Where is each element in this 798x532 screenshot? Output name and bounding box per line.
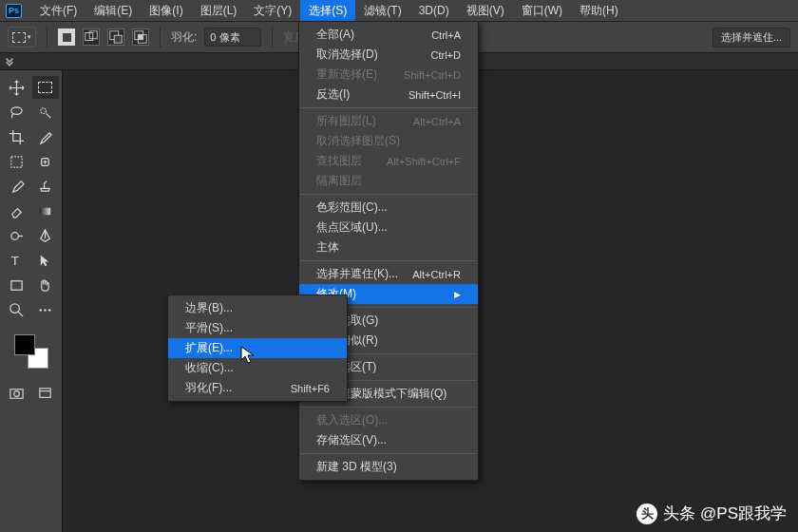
svg-point-8 xyxy=(41,107,47,113)
screen-mode-tool[interactable] xyxy=(32,382,59,405)
svg-rect-21 xyxy=(40,388,50,396)
app-icon: Ps xyxy=(6,4,22,18)
tab-expand-icon[interactable] xyxy=(3,53,16,68)
color-swatch[interactable] xyxy=(14,334,48,369)
menu-item[interactable]: 新建 3D 模型(3) xyxy=(299,457,478,477)
submenu-item[interactable]: 平滑(S)... xyxy=(168,318,347,338)
menu-item[interactable]: 选择并遮住(K)...Alt+Ctrl+R xyxy=(299,264,478,284)
marquee-preset-icon xyxy=(12,32,26,43)
svg-point-17 xyxy=(44,309,46,311)
feather-input[interactable] xyxy=(204,28,261,47)
svg-rect-6 xyxy=(138,34,142,39)
svg-rect-9 xyxy=(11,156,22,166)
svg-point-12 xyxy=(11,232,19,239)
svg-point-18 xyxy=(48,309,50,311)
menu-view[interactable]: 视图(V) xyxy=(458,0,513,22)
menu-item[interactable]: 存储选区(V)... xyxy=(299,430,478,450)
submenu-item[interactable]: 羽化(F)...Shift+F6 xyxy=(168,378,347,398)
svg-text:T: T xyxy=(11,254,19,268)
lasso-tool[interactable] xyxy=(4,101,30,124)
brush-tool[interactable] xyxy=(4,175,30,198)
shape-tool[interactable] xyxy=(4,274,30,296)
selection-intersect-icon[interactable] xyxy=(132,28,149,46)
selection-subtract-icon[interactable] xyxy=(107,28,124,46)
menu-item[interactable]: 色彩范围(C)... xyxy=(299,198,478,218)
cursor-icon xyxy=(240,346,256,365)
submenu-item[interactable]: 扩展(E)... xyxy=(168,338,347,358)
menubar: Ps 文件(F) 编辑(E) 图像(I) 图层(L) 文字(Y) 选择(S) 滤… xyxy=(0,0,798,21)
svg-rect-11 xyxy=(40,207,50,215)
menu-select[interactable]: 选择(S) xyxy=(300,0,355,22)
menu-item[interactable]: 焦点区域(U)... xyxy=(299,218,478,238)
edit-toolbar[interactable] xyxy=(32,298,59,321)
svg-rect-14 xyxy=(11,280,22,289)
spot-heal-tool[interactable] xyxy=(32,150,59,173)
menu-item[interactable]: 取消选择(D)Ctrl+D xyxy=(299,45,478,65)
move-tool[interactable] xyxy=(4,76,30,99)
quick-select-tool[interactable] xyxy=(32,101,59,124)
selection-new-icon[interactable] xyxy=(58,28,75,46)
gradient-tool[interactable] xyxy=(32,200,59,222)
svg-point-20 xyxy=(14,390,20,396)
watermark-text: 头条 @PS跟我学 xyxy=(663,503,787,524)
dodge-tool[interactable] xyxy=(4,224,30,247)
marquee-tool[interactable] xyxy=(32,76,59,99)
selection-add-icon[interactable] xyxy=(83,28,100,46)
menu-item: 所有图层(L)Alt+Ctrl+A xyxy=(299,111,478,131)
hand-tool[interactable] xyxy=(32,274,59,296)
watermark-icon: 头 xyxy=(636,504,657,524)
foreground-color[interactable] xyxy=(14,334,35,355)
menu-item: 重新选择(E)Shift+Ctrl+D xyxy=(299,65,478,85)
pen-tool[interactable] xyxy=(32,224,59,247)
svg-point-16 xyxy=(40,309,42,311)
submenu-item[interactable]: 边界(B)... xyxy=(168,298,347,318)
menu-file[interactable]: 文件(F) xyxy=(31,0,86,22)
submenu-item[interactable]: 收缩(C)... xyxy=(168,358,347,378)
svg-point-15 xyxy=(10,303,19,312)
svg-point-7 xyxy=(11,106,22,114)
menu-item: 载入选区(O)... xyxy=(299,410,478,430)
menu-image[interactable]: 图像(I) xyxy=(141,0,191,22)
menu-item[interactable]: 主体 xyxy=(299,238,478,257)
menu-item: 隔离图层 xyxy=(299,171,478,191)
frame-tool[interactable] xyxy=(4,150,30,173)
select-menu-dropdown: 全部(A)Ctrl+A取消选择(D)Ctrl+D重新选择(E)Shift+Ctr… xyxy=(298,21,479,481)
menu-item: 取消选择图层(S) xyxy=(299,131,478,151)
svg-rect-3 xyxy=(114,35,122,43)
menu-3d[interactable]: 3D(D) xyxy=(410,1,458,20)
watermark: 头 头条 @PS跟我学 xyxy=(636,503,787,524)
menu-filter[interactable]: 滤镜(T) xyxy=(355,0,409,22)
type-tool[interactable]: T xyxy=(4,249,30,272)
path-select-tool[interactable] xyxy=(32,249,59,272)
feather-label: 羽化: xyxy=(171,29,197,46)
zoom-tool[interactable] xyxy=(4,298,30,321)
menu-help[interactable]: 帮助(H) xyxy=(571,0,627,22)
menu-item[interactable]: 反选(I)Shift+Ctrl+I xyxy=(299,85,478,104)
menu-item: 查找图层Alt+Shift+Ctrl+F xyxy=(299,151,478,171)
crop-tool[interactable] xyxy=(4,125,30,148)
tool-preset-button[interactable]: ▾ xyxy=(8,27,36,48)
clone-stamp-tool[interactable] xyxy=(32,175,59,198)
menu-layer[interactable]: 图层(L) xyxy=(192,0,246,22)
menu-window[interactable]: 窗口(W) xyxy=(513,0,571,22)
menu-item[interactable]: 全部(A)Ctrl+A xyxy=(299,25,478,45)
tools-panel: T xyxy=(0,70,63,532)
menu-type[interactable]: 文字(Y) xyxy=(245,0,300,22)
modify-submenu: 边界(B)...平滑(S)...扩展(E)...收缩(C)...羽化(F)...… xyxy=(167,294,348,402)
eyedropper-tool[interactable] xyxy=(32,125,59,148)
menu-edit[interactable]: 编辑(E) xyxy=(86,0,141,22)
quick-mask-tool[interactable] xyxy=(4,382,30,405)
eraser-tool[interactable] xyxy=(4,200,30,222)
select-and-mask-button[interactable]: 选择并遮住... xyxy=(712,28,790,48)
